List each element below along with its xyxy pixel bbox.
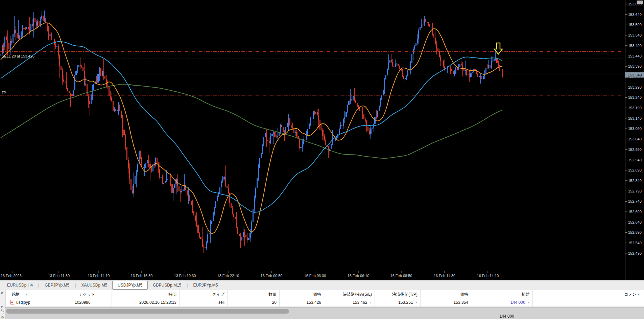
cell-symbol[interactable]: usdjpyp (7, 299, 73, 306)
price-tick-label: 152.990 (628, 147, 642, 152)
column-separator (532, 290, 533, 307)
chart-tab-usdjpyp-m5[interactable]: USDJPYp,M5 (112, 281, 148, 290)
chart-tab-eurusdp-h4[interactable]: EURUSDp,H4 (2, 280, 38, 290)
chart-tab-xauusdp-m5[interactable]: XAUUSDp,M5 (76, 280, 112, 290)
header-divider (5, 299, 644, 299)
cell-value-volume: 20 (272, 300, 277, 305)
column-separator (73, 290, 73, 307)
time-tick-label: 13 Feb 16:50 (131, 274, 153, 278)
price-tick-label: 153.640 (628, 13, 642, 17)
cell-value-type: sell (218, 300, 224, 305)
sell-order-icon (10, 300, 14, 304)
column-separator (420, 290, 421, 307)
price-tick-label: 153.240 (628, 95, 642, 99)
column-separator (471, 290, 471, 307)
price-chart[interactable]: SLSELL 20 at 153.426TP153.690153.640153.… (0, 0, 644, 280)
cell-volume[interactable]: 20 (229, 299, 277, 306)
time-tick-label: 13 Feb 14:10 (88, 274, 110, 278)
col-header-time[interactable]: 時間 (114, 290, 176, 299)
cell-profit[interactable]: 144 000× (473, 299, 530, 306)
col-header-price_open[interactable]: 価格 (281, 290, 321, 299)
chart-tab-gbpusdp-m15[interactable]: GBPUSDp,M15 (148, 280, 186, 290)
col-header-volume[interactable]: 数量 (229, 290, 277, 299)
col-header-price_current[interactable]: 価格 (422, 290, 468, 299)
cell-sl[interactable]: 153.462× (326, 299, 372, 306)
col-header-sl[interactable]: 決済逆指値(S/L) (326, 290, 372, 299)
price-tick-label: 153.390 (628, 64, 642, 68)
chart-tab-eurjpyp-m5[interactable]: EURJPYp,M5 (188, 280, 223, 290)
remove-level-icon[interactable]: × (528, 300, 530, 304)
toolbox-bottom-bar: 144 000 (0, 307, 644, 319)
price-tick-label: 152.490 (628, 251, 642, 255)
col-header-type[interactable]: タイプ (181, 290, 224, 299)
price-tick-label: 152.690 (628, 210, 642, 214)
price-tick-label: 153.590 (628, 23, 642, 27)
cell-value-symbol: usdjpyp (16, 300, 30, 305)
entry-label: SELL 20 at 153.426 (2, 54, 34, 58)
cell-type[interactable]: sell (181, 299, 224, 306)
price-tick-label: 152.640 (628, 220, 642, 224)
price-tick-label: 153.290 (628, 85, 642, 89)
cell-time[interactable]: 2026.02.16 15:23:13 (114, 299, 176, 306)
horizontal-scrollbar[interactable] (6, 309, 289, 314)
time-tick-label: 13 Feb 22:10 (217, 274, 239, 278)
col-header-profit[interactable]: 損益 (473, 290, 530, 299)
close-icon[interactable]: ✕ (1, 291, 5, 296)
column-separator (5, 290, 6, 307)
col-header-comment[interactable]: コメント (534, 290, 641, 299)
current-price-value: 153.349 (628, 73, 642, 77)
column-separator (375, 290, 375, 307)
cell-value-ticket: 1020986 (75, 300, 91, 305)
price-tick-label: 153.490 (628, 44, 642, 48)
chart-background (0, 0, 644, 280)
price-tick-label: 153.090 (628, 127, 642, 131)
time-tick-label: 16 Feb 00:50 (261, 274, 283, 278)
cell-price_current[interactable]: 153.354 (422, 299, 468, 306)
time-tick-label: 16 Feb 03:30 (304, 274, 326, 278)
time-tick-label: 16 Feb 08:50 (390, 274, 412, 278)
time-tick-label: 16 Feb 11:30 (434, 274, 455, 278)
time-tick-label: 13 Feb 19:30 (174, 274, 196, 278)
tp-label: TP (2, 91, 6, 95)
column-separator (112, 290, 112, 307)
cell-comment[interactable] (534, 299, 641, 306)
price-tick-label: 152.890 (628, 168, 642, 172)
chart-tab-gbpjpyp-m5[interactable]: GBPJPYp,M5 (40, 280, 74, 290)
cell-tp[interactable]: 153.251× (377, 299, 418, 306)
positions-table: 銘柄▲usdjpypチケット1020986時間2026.02.16 15:23:… (0, 290, 644, 307)
chart-corner-box[interactable] (637, 1, 643, 4)
price-tick-label: 152.590 (628, 230, 642, 234)
time-tick-label: 13 Feb 11:30 (48, 274, 70, 278)
col-header-tp[interactable]: 決済指値(T/P) (377, 290, 418, 299)
column-separator (324, 290, 324, 307)
cell-value-tp: 153.251 (398, 300, 413, 305)
toolbox-vertical-tab[interactable]: ボックス (0, 300, 5, 319)
cell-value-profit: 144 000 (510, 300, 525, 305)
time-tick-label: 16 Feb 06:10 (348, 274, 369, 278)
remove-level-icon[interactable]: × (415, 300, 418, 304)
remove-level-icon[interactable]: × (370, 300, 372, 304)
col-header-symbol[interactable]: 銘柄▲ (7, 290, 74, 299)
price-tick-label: 152.940 (628, 158, 642, 162)
price-tick-label: 153.540 (628, 33, 642, 37)
chart-tab-bar: EURUSDp,H4|GBPJPYp,M5|XAUUSDp,M5USDJPYp,… (0, 280, 644, 290)
price-tick-label: 153.140 (628, 116, 642, 120)
price-tick-label: 153.190 (628, 106, 642, 110)
price-tick-label: 152.740 (628, 199, 642, 203)
cell-value-sl: 153.462 (353, 300, 367, 305)
price-tick-label: 152.790 (628, 189, 642, 193)
price-tick-label: 153.040 (628, 137, 642, 141)
cell-ticket[interactable]: 1020986 (75, 299, 109, 306)
column-separator (179, 290, 180, 307)
time-tick-label: 16 Feb 14:10 (477, 274, 499, 278)
column-separator (279, 290, 280, 307)
profit-total-status: 144 000 (483, 314, 514, 319)
price-tick-label: 153.440 (628, 54, 642, 58)
cell-price_open[interactable]: 153.426 (281, 299, 321, 306)
cell-value-time: 2026.02.16 15:23:13 (139, 300, 176, 305)
col-header-ticket[interactable]: チケット (75, 290, 113, 299)
toolbox-tab-label: ボックス (0, 300, 5, 319)
sl-label: SL (2, 47, 6, 51)
mt5-terminal: { "colors": { "bull": "#3f7de8", "bear":… (0, 0, 644, 319)
price-tick-label: 152.540 (628, 241, 642, 245)
